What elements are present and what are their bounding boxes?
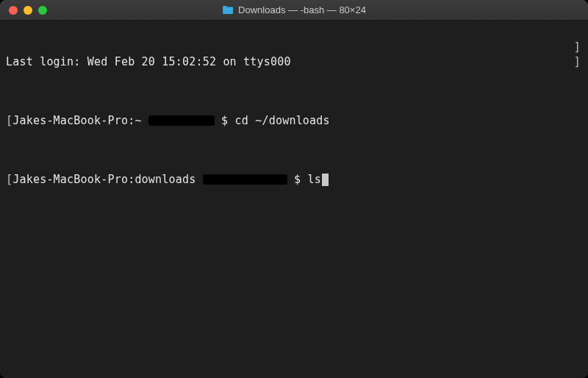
prompt-line-2: [Jakes-MacBook-Pro:downloads $ ls] xyxy=(6,172,582,187)
window-title-text: Downloads — -bash — 80×24 xyxy=(238,4,366,15)
traffic-lights xyxy=(0,6,47,15)
redacted-username xyxy=(148,115,215,126)
prompt-symbol xyxy=(215,113,221,128)
terminal-body[interactable]: Last login: Wed Feb 20 15:02:52 on ttys0… xyxy=(0,21,588,378)
open-bracket: [ xyxy=(6,113,12,128)
prompt-line-1: [Jakes-MacBook-Pro:~ $ cd ~/downloads] xyxy=(6,113,582,128)
close-bracket: ] xyxy=(574,40,581,54)
minimize-button[interactable] xyxy=(24,6,32,15)
prompt-host: Jakes-MacBook-Pro:~ xyxy=(12,113,148,128)
prompt-host: Jakes-MacBook-Pro:downloads xyxy=(12,172,202,187)
close-bracket: ] xyxy=(574,54,581,69)
folder-icon xyxy=(222,5,234,15)
maximize-button[interactable] xyxy=(38,6,47,15)
command-text: ls xyxy=(307,172,320,187)
last-login-text: Last login: Wed Feb 20 15:02:52 on ttys0… xyxy=(6,54,291,69)
terminal-window: Downloads — -bash — 80×24 Last login: We… xyxy=(0,0,588,378)
window-titlebar: Downloads — -bash — 80×24 xyxy=(0,0,588,21)
open-bracket: [ xyxy=(6,172,12,187)
close-button[interactable] xyxy=(9,6,18,15)
redacted-username xyxy=(203,174,287,185)
cursor-block xyxy=(322,174,329,186)
command-text: cd ~/downloads xyxy=(235,113,330,128)
prompt-symbol xyxy=(287,172,294,187)
prompt-symbol-text: $ xyxy=(221,113,234,128)
last-login-line: Last login: Wed Feb 20 15:02:52 on ttys0… xyxy=(6,54,582,69)
prompt-symbol-text: $ xyxy=(294,172,307,187)
window-title: Downloads — -bash — 80×24 xyxy=(222,4,366,15)
